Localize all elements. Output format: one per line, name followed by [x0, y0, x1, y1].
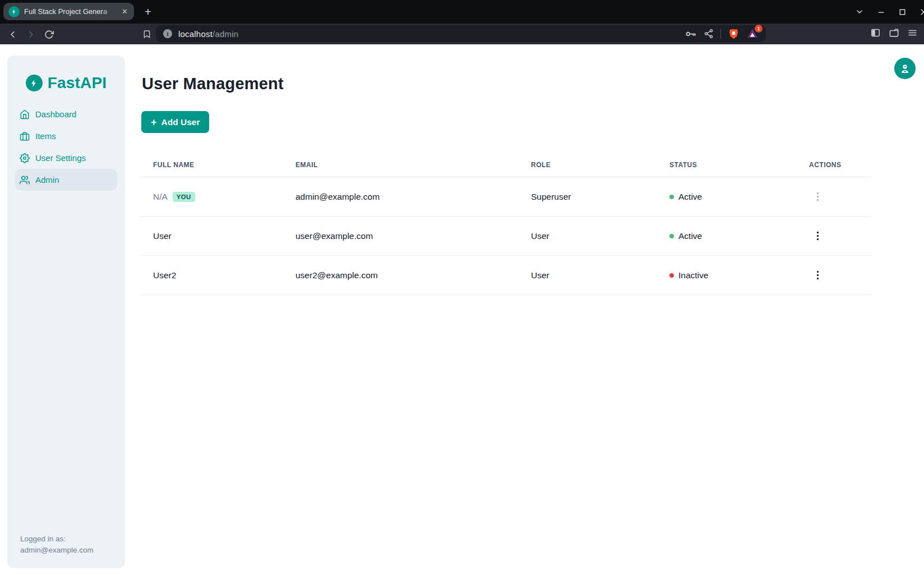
logged-in-email: admin@example.com: [20, 545, 94, 556]
browser-tab[interactable]: Full Stack Project Genera ✕: [3, 3, 134, 20]
rewards-notification-badge: 1: [755, 25, 763, 33]
sidebar-panel-icon[interactable]: [870, 27, 881, 38]
column-header-actions: ACTIONS: [795, 161, 871, 169]
url-path: /admin: [212, 29, 238, 39]
add-user-button[interactable]: + Add User: [141, 111, 209, 133]
fastapi-favicon-bolt-icon: [8, 6, 20, 17]
reload-icon[interactable]: [42, 27, 56, 41]
sidebar-item-items[interactable]: Items: [15, 125, 117, 147]
you-badge: YOU: [173, 192, 195, 202]
window-maximize-icon[interactable]: [895, 5, 909, 19]
sidebar-item-dashboard[interactable]: Dashboard: [15, 103, 117, 125]
status-dot: [669, 195, 674, 199]
status-dot: [669, 273, 674, 278]
logo-text: FastAPI: [48, 74, 107, 92]
role-cell: User: [517, 231, 655, 241]
column-header-role: ROLE: [517, 161, 655, 169]
briefcase-icon: [20, 131, 30, 141]
bookmark-icon[interactable]: [140, 27, 154, 41]
logged-in-footer: Logged in as: admin@example.com: [20, 533, 94, 556]
address-bar[interactable]: i localhost/admin 1: [156, 25, 766, 42]
table-row: N/A YOU admin@example.com Superuser Acti…: [139, 177, 871, 217]
address-bar-divider: [720, 29, 721, 39]
sidebar-item-label: User Settings: [35, 153, 86, 163]
home-icon: [20, 109, 30, 119]
sidebar-item-label: Dashboard: [35, 109, 76, 119]
column-header-email: EMAIL: [281, 161, 517, 169]
status-text: Inactive: [678, 270, 708, 280]
sidebar-item-label: Items: [35, 131, 56, 141]
wallet-icon[interactable]: [889, 27, 899, 38]
user-avatar-button[interactable]: [894, 58, 916, 79]
forward-icon[interactable]: [24, 27, 38, 41]
column-header-status: STATUS: [655, 161, 795, 169]
table-row: User2 user2@example.com User Inactive: [139, 256, 871, 295]
actions-cell: [795, 229, 871, 243]
email-cell: user@example.com: [281, 231, 517, 241]
user-astronaut-icon: [899, 62, 911, 75]
status-dot: [669, 234, 674, 238]
browser-nav-bar: i localhost/admin 1: [0, 24, 924, 44]
role-cell: Superuser: [517, 192, 655, 202]
new-tab-button[interactable]: +: [140, 3, 156, 20]
url-host: localhost: [178, 29, 212, 39]
fastapi-bolt-icon: [26, 75, 43, 91]
users-table: FULL NAME EMAIL ROLE STATUS ACTIONS N/A …: [139, 151, 871, 295]
status-text: Active: [678, 192, 702, 202]
sidebar-item-label: Admin: [35, 175, 59, 185]
table-header-row: FULL NAME EMAIL ROLE STATUS ACTIONS: [139, 151, 871, 177]
back-icon[interactable]: [6, 27, 19, 41]
status-cell: Inactive: [655, 270, 795, 280]
tab-title: Full Stack Project Genera: [24, 7, 116, 16]
status-cell: Active: [655, 231, 795, 241]
logged-in-label: Logged in as:: [20, 533, 94, 545]
full-name-text: N/A: [153, 192, 168, 202]
plus-icon: +: [151, 117, 157, 127]
menu-hamburger-icon[interactable]: [907, 27, 918, 38]
share-icon[interactable]: [704, 29, 714, 39]
tab-search-chevron-icon[interactable]: [853, 5, 866, 19]
tab-close-icon[interactable]: ✕: [121, 7, 129, 16]
page-title: User Management: [142, 75, 284, 93]
add-user-label: Add User: [161, 117, 200, 127]
fastapi-logo: FastAPI: [7, 74, 125, 92]
sidebar: FastAPI Dashboard Items User Settings: [7, 56, 125, 568]
role-cell: User: [517, 270, 655, 280]
status-text: Active: [678, 231, 702, 241]
window-minimize-icon[interactable]: [874, 5, 888, 19]
full-name-cell: User2: [139, 270, 281, 280]
table-row: User user@example.com User Active: [139, 217, 871, 256]
window-close-icon[interactable]: [917, 5, 924, 19]
brave-shield-icon[interactable]: [728, 28, 740, 40]
brave-rewards-icon[interactable]: 1: [746, 27, 759, 40]
password-key-icon[interactable]: [685, 28, 697, 40]
sidebar-nav: Dashboard Items User Settings Admin: [7, 103, 125, 191]
actions-cell: [795, 268, 871, 282]
status-cell: Active: [655, 192, 795, 202]
sidebar-item-admin[interactable]: Admin: [15, 169, 117, 191]
column-header-full-name: FULL NAME: [139, 161, 281, 169]
site-info-icon[interactable]: i: [163, 29, 172, 38]
email-cell: user2@example.com: [281, 270, 517, 280]
email-cell: admin@example.com: [281, 192, 517, 202]
row-actions-kebab-icon[interactable]: [814, 229, 821, 243]
gear-icon: [20, 153, 30, 163]
page-content: FastAPI Dashboard Items User Settings: [0, 44, 924, 575]
actions-cell: [795, 190, 871, 204]
row-actions-kebab-icon[interactable]: [814, 268, 821, 282]
browser-tab-bar: Full Stack Project Genera ✕ +: [0, 0, 924, 24]
sidebar-item-user-settings[interactable]: User Settings: [15, 147, 117, 169]
full-name-cell: User: [139, 231, 281, 241]
url-text: localhost/admin: [178, 29, 238, 39]
full-name-cell: N/A YOU: [139, 192, 281, 202]
row-actions-kebab-icon[interactable]: [814, 190, 821, 204]
users-icon: [20, 175, 30, 185]
